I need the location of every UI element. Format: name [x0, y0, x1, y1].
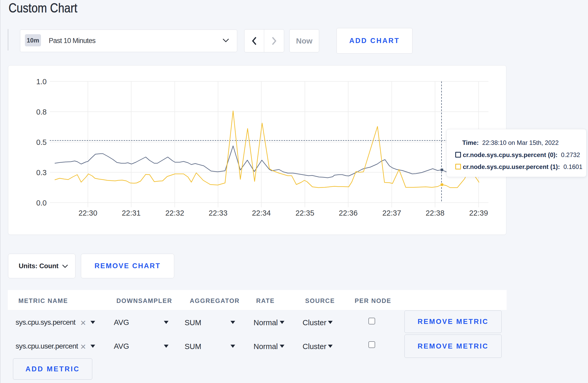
svg-text:22:35: 22:35: [296, 209, 314, 217]
svg-text:22:32: 22:32: [165, 209, 184, 217]
svg-text:22:38: 22:38: [426, 209, 445, 217]
svg-text:1.0: 1.0: [36, 77, 47, 86]
svg-text:22:37: 22:37: [382, 209, 401, 217]
svg-text:0.8: 0.8: [36, 108, 47, 116]
svg-text:0.5: 0.5: [36, 138, 47, 146]
svg-text:0.0: 0.0: [36, 199, 47, 207]
svg-text:22:39: 22:39: [469, 209, 488, 217]
svg-text:22:33: 22:33: [209, 209, 228, 217]
svg-text:22:36: 22:36: [339, 209, 358, 217]
svg-text:22:31: 22:31: [122, 209, 141, 217]
svg-text:22:30: 22:30: [79, 209, 97, 217]
svg-text:22:34: 22:34: [252, 209, 271, 217]
svg-text:0.3: 0.3: [36, 168, 47, 177]
